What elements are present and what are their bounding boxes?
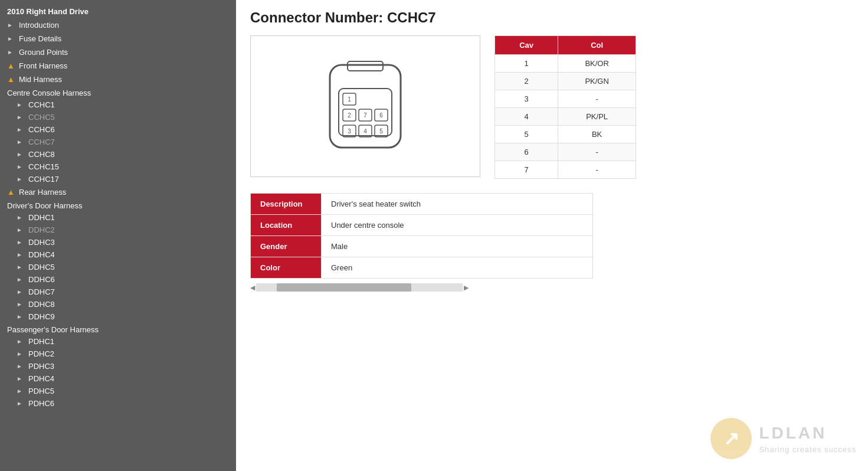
arrow-icon: ► [17,351,26,357]
col-cell: - [558,161,636,179]
sidebar-item-pdhc6[interactable]: ► PDHC6 [0,397,236,410]
table-row: 5BK [495,126,636,143]
sidebar-item-introduction[interactable]: ► Introduction [0,18,236,32]
sidebar-item-label: Ground Points [19,48,68,57]
sidebar-item-fuse-details[interactable]: ► Fuse Details [0,32,236,45]
info-label: Color [251,257,322,279]
sidebar-item-cchc5[interactable]: ► CCHC5 [0,111,236,123]
arrow-icon: ► [17,375,26,382]
table-row: 4PK/PL [495,108,636,126]
svg-text:3: 3 [348,128,351,135]
sidebar-item-ddhc6[interactable]: ► DDHC6 [0,273,236,286]
sidebar-item-ddhc3[interactable]: ► DDHC3 [0,236,236,248]
sidebar-item-cchc6[interactable]: ► CCHC6 [0,123,236,136]
watermark-circle: ↗ [710,418,752,459]
plus-icon: ▲ [7,188,17,197]
cav-cell: 1 [495,55,558,73]
arrow-icon: ► [17,264,26,270]
svg-text:6: 6 [379,112,383,119]
plus-icon: ▲ [7,61,17,70]
arrow-icon: ► [17,126,26,133]
info-table: DescriptionDriver's seat heater switchLo… [250,193,593,279]
svg-rect-2 [348,61,383,71]
col-cell: BK [558,126,636,143]
cav-cell: 3 [495,90,558,108]
svg-text:4: 4 [363,128,367,135]
horizontal-scrollbar[interactable]: ◀ ▶ [250,283,469,292]
arrow-icon: ► [17,301,26,308]
sidebar-item-label: DDHC4 [28,250,55,259]
sidebar-item-cchc17[interactable]: ► CCHC17 [0,173,236,185]
sidebar-item-label: DDHC5 [28,263,55,272]
sidebar-item-front-harness[interactable]: ▲ Front Harness [0,59,236,73]
info-row: ColorGreen [251,257,593,279]
watermark: ↗ LDLAN Sharing creates success [710,418,856,459]
connector-title: Connector Number: CCHC7 [250,9,854,26]
cav-header: Cav [495,36,558,55]
sidebar-item-pdhc2[interactable]: ► PDHC2 [0,348,236,360]
cav-cell: 7 [495,161,558,179]
sidebar: 2010 Right Hand Drive ► Introduction ► F… [0,0,236,471]
sidebar-item-ddhc1[interactable]: ► DDHC1 [0,211,236,224]
sidebar-item-rear-harness[interactable]: ▲ Rear Harness [0,185,236,199]
arrow-icon: ► [17,151,26,158]
sidebar-item-ddhc7[interactable]: ► DDHC7 [0,286,236,298]
info-row: GenderMale [251,236,593,257]
cav-cell: 4 [495,108,558,126]
sidebar-item-mid-harness[interactable]: ▲ Mid Harness [0,73,236,86]
sidebar-item-ddhc2[interactable]: ► DDHC2 [0,224,236,236]
watermark-brand: LDLAN [759,424,856,443]
col-cell: - [558,90,636,108]
sidebar-section-passengers-door: Passenger's Door Harness [0,323,236,335]
sidebar-item-label: Mid Harness [19,75,62,84]
scroll-left-arrow[interactable]: ◀ [250,284,255,292]
info-value: Green [322,257,593,279]
col-cell: BK/OR [558,55,636,73]
sidebar-item-label: PDHC4 [28,374,54,383]
sidebar-item-label: Introduction [19,21,59,30]
sidebar-item-label: CCHC1 [28,100,55,109]
col-header: Col [558,36,636,55]
svg-text:7: 7 [363,112,367,119]
sidebar-item-label: DDHC7 [28,287,55,296]
info-value: Male [322,236,593,257]
sidebar-item-label: CCHC17 [28,175,59,184]
sidebar-item-ddhc4[interactable]: ► DDHC4 [0,248,236,261]
scroll-right-arrow[interactable]: ▶ [464,284,469,292]
sidebar-item-pdhc5[interactable]: ► PDHC5 [0,385,236,397]
sidebar-item-ddhc9[interactable]: ► DDHC9 [0,310,236,323]
arrow-icon: ► [17,363,26,369]
info-value: Under centre console [322,215,593,236]
svg-text:1: 1 [348,96,351,103]
sidebar-item-pdhc3[interactable]: ► PDHC3 [0,360,236,372]
sidebar-item-cchc15[interactable]: ► CCHC15 [0,161,236,173]
sidebar-item-label: Fuse Details [19,34,61,43]
sidebar-item-label: DDHC8 [28,300,55,309]
info-value: Driver's seat heater switch [322,194,593,215]
arrow-icon: ► [17,400,26,407]
table-row: 6- [495,143,636,161]
sidebar-item-label: Rear Harness [19,188,66,197]
sidebar-item-label: CCHC15 [28,162,59,171]
table-row: 7- [495,161,636,179]
sidebar-item-pdhc4[interactable]: ► PDHC4 [0,372,236,385]
sidebar-item-cchc1[interactable]: ► CCHC1 [0,99,236,111]
col-cell: PK/PL [558,108,636,126]
cav-cell: 6 [495,143,558,161]
watermark-tagline: Sharing creates success [759,445,856,454]
sidebar-item-label: PDHC1 [28,337,54,346]
arrow-icon: ► [17,388,26,394]
sidebar-item-ground-points[interactable]: ► Ground Points [0,45,236,59]
sidebar-item-cchc8[interactable]: ► CCHC8 [0,148,236,161]
sidebar-item-ddhc8[interactable]: ► DDHC8 [0,298,236,310]
sidebar-item-pdhc1[interactable]: ► PDHC1 [0,335,236,348]
sidebar-item-label: PDHC2 [28,349,54,358]
sidebar-item-ddhc5[interactable]: ► DDHC5 [0,261,236,273]
svg-text:5: 5 [379,128,383,135]
svg-text:2: 2 [348,112,351,119]
cav-cell: 5 [495,126,558,143]
cav-cell: 2 [495,73,558,90]
sidebar-item-cchc7[interactable]: ► CCHC7 [0,136,236,148]
arrow-icon: ► [7,49,17,55]
sidebar-item-label: CCHC8 [28,150,55,159]
